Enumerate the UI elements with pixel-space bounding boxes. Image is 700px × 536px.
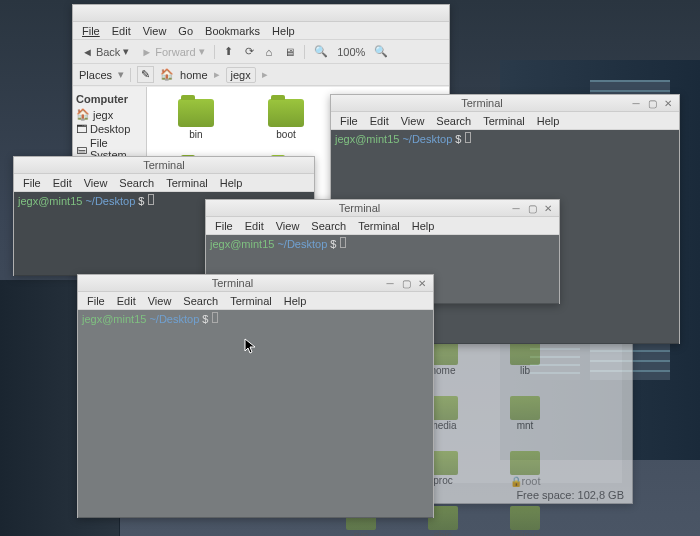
term2-menubar: File Edit View Search Terminal Help — [331, 112, 679, 130]
menu-bookmarks[interactable]: Bookmarks — [200, 24, 265, 38]
menu-search[interactable]: Search — [114, 176, 159, 190]
fm1-toolbar: ◄ Back ▾ ► Forward ▾ ⬆ ⟳ ⌂ 🖥 🔍 100% 🔍 — [73, 40, 449, 64]
folder-boot[interactable]: boot — [241, 95, 331, 155]
sidebar-item-desktop[interactable]: 🗔 Desktop — [76, 122, 143, 136]
minimize-button[interactable]: ─ — [383, 277, 397, 289]
home-button[interactable]: ⌂ — [263, 45, 276, 59]
close-button[interactable]: ✕ — [541, 202, 555, 214]
menu-terminal[interactable]: Terminal — [478, 114, 530, 128]
menu-go[interactable]: Go — [173, 24, 198, 38]
menu-view[interactable]: View — [79, 176, 113, 190]
places-label: Places — [79, 69, 112, 81]
folder-mnt[interactable]: mnt — [484, 396, 566, 451]
breadcrumb-user[interactable]: jegx — [226, 67, 256, 83]
menu-terminal[interactable]: Terminal — [161, 176, 213, 190]
terminal-4: Terminal ─▢✕ File Edit View Search Termi… — [77, 274, 434, 518]
forward-button: ► Forward ▾ — [138, 44, 207, 59]
sidebar-header: Computer — [76, 93, 143, 105]
term2-titlebar[interactable]: Terminal ─▢✕ — [331, 95, 679, 112]
maximize-button[interactable]: ▢ — [645, 97, 659, 109]
minimize-button[interactable]: ─ — [509, 202, 523, 214]
term4-menubar: File Edit View Search Terminal Help — [78, 292, 433, 310]
folder-bin[interactable]: bin — [151, 95, 241, 155]
fm1-location: Places ▾ ✎ 🏠 home ▸ jegx ▸ — [73, 64, 449, 86]
menu-file[interactable]: File — [77, 24, 105, 38]
close-button[interactable]: ✕ — [661, 97, 675, 109]
zoom-in-button[interactable]: 🔍 — [371, 44, 391, 59]
folder-selinux[interactable]: selinux — [484, 506, 566, 536]
menu-help[interactable]: Help — [267, 24, 300, 38]
close-button[interactable]: ✕ — [415, 277, 429, 289]
menu-file[interactable]: File — [335, 114, 363, 128]
maximize-button[interactable]: ▢ — [399, 277, 413, 289]
menu-file[interactable]: File — [18, 176, 46, 190]
menu-edit[interactable]: Edit — [48, 176, 77, 190]
menu-search[interactable]: Search — [306, 219, 351, 233]
breadcrumb-home[interactable]: home — [180, 69, 208, 81]
computer-button[interactable]: 🖥 — [281, 45, 298, 59]
menu-file[interactable]: File — [210, 219, 238, 233]
breadcrumb-home-icon[interactable]: 🏠 — [160, 68, 174, 81]
menu-search[interactable]: Search — [431, 114, 476, 128]
term1-menubar: File Edit View Search Terminal Help — [14, 174, 314, 192]
fm1-titlebar[interactable] — [73, 5, 449, 22]
menu-view[interactable]: View — [271, 219, 305, 233]
menu-terminal[interactable]: Terminal — [353, 219, 405, 233]
menu-edit[interactable]: Edit — [240, 219, 269, 233]
maximize-button[interactable]: ▢ — [525, 202, 539, 214]
term3-menubar: File Edit View Search Terminal Help — [206, 217, 559, 235]
menu-view[interactable]: View — [396, 114, 430, 128]
menu-help[interactable]: Help — [407, 219, 440, 233]
reload-button[interactable]: ⟳ — [242, 44, 257, 59]
zoom-level: 100% — [337, 46, 365, 58]
menu-view[interactable]: View — [143, 294, 177, 308]
term4-titlebar[interactable]: Terminal ─▢✕ — [78, 275, 433, 292]
menu-help[interactable]: Help — [279, 294, 312, 308]
minimize-button[interactable]: ─ — [629, 97, 643, 109]
menu-terminal[interactable]: Terminal — [225, 294, 277, 308]
back-button[interactable]: ◄ Back ▾ — [79, 44, 132, 59]
menu-file[interactable]: File — [82, 294, 110, 308]
menu-help[interactable]: Help — [215, 176, 248, 190]
term1-titlebar[interactable]: Terminal — [14, 157, 314, 174]
up-button[interactable]: ⬆ — [221, 44, 236, 59]
menu-search[interactable]: Search — [178, 294, 223, 308]
term3-titlebar[interactable]: Terminal ─▢✕ — [206, 200, 559, 217]
fm1-menubar: File Edit View Go Bookmarks Help — [73, 22, 449, 40]
menu-view[interactable]: View — [138, 24, 172, 38]
sidebar-item-user[interactable]: 🏠 jegx — [76, 107, 143, 122]
menu-edit[interactable]: Edit — [107, 24, 136, 38]
folder-lib[interactable]: lib — [484, 341, 566, 396]
zoom-out-button[interactable]: 🔍 — [311, 44, 331, 59]
menu-edit[interactable]: Edit — [112, 294, 141, 308]
menu-edit[interactable]: Edit — [365, 114, 394, 128]
edit-path-button[interactable]: ✎ — [137, 66, 154, 83]
menu-help[interactable]: Help — [532, 114, 565, 128]
term4-body[interactable]: jegx@mint15 ~/Desktop $ — [78, 310, 433, 518]
